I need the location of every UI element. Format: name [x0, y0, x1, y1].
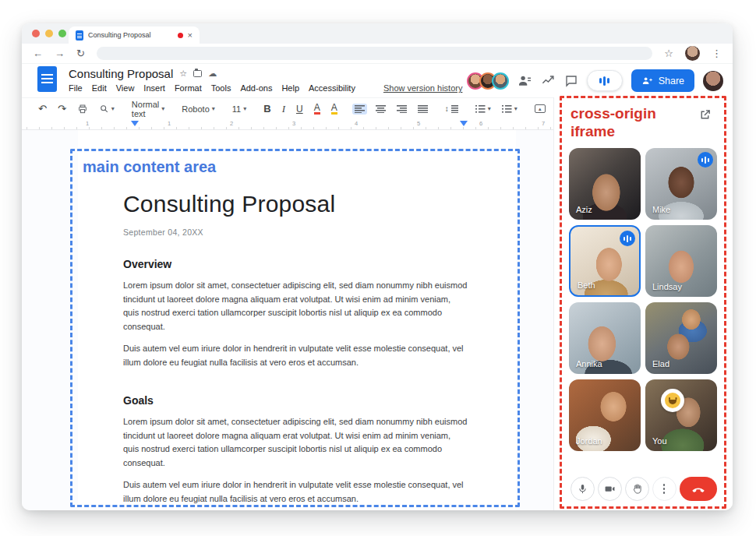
- raise-hand-button[interactable]: [625, 477, 649, 501]
- url-input[interactable]: [97, 47, 652, 60]
- align-center-icon[interactable]: [373, 104, 388, 115]
- bookmark-star-icon[interactable]: ☆: [664, 48, 673, 58]
- menu-tools[interactable]: Tools: [211, 83, 231, 93]
- docs-header: Consulting Proposal ☆ ☁ File Edit View I…: [22, 64, 733, 97]
- menu-file[interactable]: File: [69, 83, 83, 93]
- browser-tab[interactable]: Consulting Proposal ×: [69, 26, 200, 44]
- emoji-reaction-icon: [661, 389, 684, 412]
- menu-bar: File Edit View Insert Format Tools Add-o…: [69, 83, 462, 93]
- document-page[interactable]: Consulting Proposal September 04, 20XX O…: [78, 130, 516, 510]
- docs-favicon: [76, 30, 83, 41]
- browser-profile-avatar[interactable]: [685, 46, 700, 61]
- window-zoom-button[interactable]: [58, 30, 66, 37]
- docs-app-icon[interactable]: [37, 66, 57, 92]
- participant-name: Elad: [652, 359, 669, 368]
- window-close-button[interactable]: [32, 30, 40, 37]
- highlight-color-icon[interactable]: A: [329, 101, 340, 117]
- window-minimize-button[interactable]: [45, 30, 53, 37]
- font-size-select[interactable]: 11▾: [230, 103, 249, 115]
- participant-tile[interactable]: Annika: [569, 302, 641, 374]
- italic-icon[interactable]: I: [280, 102, 288, 115]
- align-right-icon[interactable]: [394, 104, 409, 115]
- menu-edit[interactable]: Edit: [92, 83, 107, 93]
- mic-button[interactable]: [571, 477, 595, 501]
- menu-view[interactable]: View: [116, 83, 135, 93]
- screen: Consulting Proposal × ← → ↻ ☆ ⋮ Consulti…: [0, 0, 756, 536]
- meet-sidebar: Aziz Mike Beth Lindsay Annika: [553, 97, 733, 510]
- collaborator-avatars[interactable]: [467, 72, 509, 90]
- open-in-new-icon[interactable]: [698, 108, 712, 122]
- bulleted-list-icon[interactable]: ▾: [473, 104, 493, 115]
- browser-window: Consulting Proposal × ← → ↻ ☆ ⋮ Consulti…: [22, 23, 733, 510]
- address-bar: ← → ↻ ☆ ⋮: [22, 44, 733, 64]
- undo-icon[interactable]: ↶: [36, 102, 49, 115]
- participant-tile[interactable]: Mike: [645, 148, 717, 220]
- menu-accessibility[interactable]: Accessibility: [309, 83, 355, 93]
- menu-format[interactable]: Format: [175, 83, 202, 93]
- ruler: 11 23 45 67: [22, 119, 553, 130]
- comment-icon[interactable]: [564, 74, 578, 88]
- numbered-list-icon[interactable]: ▾: [500, 104, 520, 115]
- mic-icon: [577, 483, 588, 495]
- share-button[interactable]: Share: [631, 69, 694, 92]
- cloud-status-icon: ☁: [208, 69, 217, 78]
- participant-name: Aziz: [576, 205, 592, 214]
- document-date: September 04, 20XX: [123, 227, 468, 237]
- insert-image-icon[interactable]: ▲: [532, 103, 548, 115]
- browser-menu-icon[interactable]: ⋮: [712, 48, 722, 58]
- paragraph-style-select[interactable]: Normal text▾: [129, 98, 167, 120]
- paragraph: Lorem ipsum dolor sit amet, consectetuer…: [123, 415, 468, 470]
- redo-icon[interactable]: ↷: [55, 102, 69, 115]
- editor-pane: ↶ ↷ ▾ Normal text▾ Roboto▾ 11▾ B I U A A: [22, 97, 553, 510]
- star-doc-icon[interactable]: ☆: [179, 69, 187, 78]
- paragraph: Duis autem vel eum iriure dolor in hendr…: [123, 478, 468, 506]
- collaborator-list-icon[interactable]: [518, 73, 532, 88]
- audio-active-icon: [698, 152, 713, 168]
- collaborator-avatar: [492, 72, 509, 90]
- text-color-icon[interactable]: A: [312, 101, 323, 117]
- paragraph: Duis autem vel eum iriure dolor in hendr…: [123, 342, 468, 369]
- account-avatar[interactable]: [703, 71, 723, 91]
- align-justify-icon[interactable]: [415, 104, 430, 115]
- tab-close-icon[interactable]: ×: [188, 31, 193, 40]
- participant-tile[interactable]: Lindsay: [645, 225, 717, 297]
- participant-tile-self[interactable]: You: [645, 379, 717, 451]
- back-icon[interactable]: ←: [33, 48, 43, 58]
- align-left-icon[interactable]: [352, 104, 367, 115]
- show-version-history-link[interactable]: Show version history: [383, 83, 463, 93]
- participant-grid: Aziz Mike Beth Lindsay Annika: [569, 148, 717, 451]
- activity-trend-icon[interactable]: [541, 73, 556, 88]
- left-margin-marker[interactable]: [131, 121, 139, 126]
- print-icon[interactable]: [75, 102, 90, 116]
- font-select[interactable]: Roboto▾: [179, 103, 217, 115]
- participant-tile[interactable]: Jordan: [569, 379, 641, 451]
- participant-name: Beth: [578, 280, 595, 290]
- more-options-button[interactable]: [652, 477, 677, 501]
- bold-icon[interactable]: B: [261, 102, 273, 115]
- doc-title[interactable]: Consulting Proposal: [69, 67, 173, 80]
- forward-icon[interactable]: →: [55, 48, 65, 58]
- menu-insert[interactable]: Insert: [143, 83, 165, 93]
- move-folder-icon[interactable]: [193, 70, 202, 77]
- meet-call-button[interactable]: [587, 70, 623, 91]
- menu-help[interactable]: Help: [281, 83, 299, 93]
- line-spacing-icon[interactable]: ↕: [443, 104, 461, 115]
- camera-button[interactable]: [598, 477, 622, 501]
- participant-name: You: [652, 436, 667, 446]
- share-people-icon: [641, 75, 653, 86]
- participant-tile-active-speaker[interactable]: Beth: [569, 225, 641, 297]
- document-title: Consulting Proposal: [123, 191, 468, 217]
- right-margin-marker[interactable]: [460, 121, 468, 126]
- section-heading-overview: Overview: [123, 258, 468, 270]
- audio-bars-icon: [599, 78, 602, 83]
- zoom-select[interactable]: ▾: [97, 102, 117, 115]
- participant-tile[interactable]: Elad: [645, 302, 717, 374]
- participant-name: Jordan: [576, 436, 602, 446]
- participant-tile[interactable]: Aziz: [569, 148, 641, 220]
- menu-addons[interactable]: Add-ons: [240, 83, 272, 93]
- reload-icon[interactable]: ↻: [76, 48, 85, 58]
- end-call-button[interactable]: [680, 477, 717, 501]
- underline-icon[interactable]: U: [294, 103, 306, 115]
- camera-icon: [604, 483, 616, 495]
- recording-dot-icon: [178, 33, 183, 38]
